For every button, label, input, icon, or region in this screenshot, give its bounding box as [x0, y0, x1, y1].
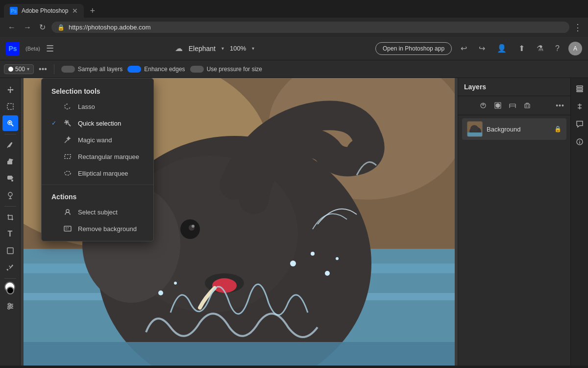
crop-tool[interactable] — [2, 210, 18, 225]
doc-name-chevron[interactable]: ▾ — [221, 46, 224, 51]
quick-selection-menu-item[interactable]: ✓ Quick selection — [42, 115, 153, 131]
group-layer-button[interactable] — [506, 99, 519, 112]
profile-icon[interactable]: 👤 — [494, 41, 510, 56]
avatar[interactable]: A — [568, 42, 582, 55]
svg-rect-7 — [7, 248, 13, 254]
eraser-tool[interactable] — [2, 154, 18, 170]
browser-tab[interactable]: Ps Adobe Photoshop ✕ — [4, 4, 84, 18]
marquee-tool[interactable] — [2, 99, 18, 114]
sample-all-layers-toggle[interactable] — [61, 66, 75, 73]
lasso-menu-item[interactable]: Lasso — [42, 98, 153, 115]
hamburger-menu[interactable]: ☰ — [46, 43, 54, 54]
layers-header: Layers — [458, 78, 570, 96]
magic-wand-menu-item[interactable]: Magic wand — [42, 131, 153, 148]
tool-separator-1 — [4, 134, 16, 134]
svg-rect-53 — [577, 88, 583, 90]
layers-panel-toggle[interactable] — [573, 82, 587, 96]
shape-tool[interactable] — [2, 243, 18, 259]
svg-point-46 — [496, 104, 500, 107]
rectangular-marquee-menu-item[interactable]: Rectangular marquee — [42, 148, 153, 165]
select-subject-menu-item[interactable]: Select subject — [42, 204, 153, 220]
remove-background-label: Remove background — [78, 225, 137, 233]
info-panel-toggle[interactable] — [573, 135, 587, 149]
undo-button[interactable]: ↩ — [458, 41, 470, 56]
remove-background-menu-item[interactable]: Remove background — [42, 220, 153, 237]
sample-all-layers-option: Sample all layers — [61, 66, 122, 73]
lock-icon: 🔒 — [57, 24, 65, 31]
text-tool[interactable]: T — [2, 226, 18, 242]
layer-name: Background — [487, 126, 550, 133]
layer-item[interactable]: Background 🔒 — [462, 118, 566, 140]
forward-button[interactable]: → — [22, 21, 33, 34]
beta-label: (Beta) — [25, 46, 40, 52]
svg-rect-35 — [24, 342, 455, 366]
lasso-label: Lasso — [78, 103, 95, 110]
browser-menu-icon[interactable]: ⋮ — [573, 22, 582, 33]
mask-button[interactable] — [491, 99, 504, 112]
svg-point-33 — [325, 271, 330, 276]
magic-wand-label: Magic wand — [78, 136, 112, 144]
elliptical-marquee-menu-item[interactable]: Elliptical marquee — [42, 165, 153, 182]
svg-rect-54 — [577, 91, 583, 92]
browser-chrome: Ps Adobe Photoshop ✕ + ← → ↻ 🔒 https://p… — [0, 0, 588, 37]
enhance-edges-toggle[interactable] — [127, 66, 141, 73]
layers-panel: Layers ••• — [458, 78, 570, 366]
more-options-button[interactable]: ••• — [39, 65, 47, 74]
svg-point-38 — [66, 121, 68, 123]
magic-wand-icon — [63, 135, 72, 144]
quick-selection-tool[interactable] — [2, 115, 18, 131]
svg-point-11 — [8, 303, 10, 305]
use-pressure-toggle[interactable] — [190, 66, 204, 73]
url-box[interactable]: 🔒 https://photoshop.adobe.com — [51, 22, 569, 33]
delete-layer-button[interactable] — [521, 99, 534, 112]
redo-button[interactable]: ↪ — [476, 41, 488, 56]
dodge-tool[interactable] — [2, 187, 18, 203]
enhance-edges-label: Enhance edges — [144, 66, 185, 73]
help-button[interactable]: ? — [552, 41, 563, 56]
adjustments-tool[interactable] — [2, 298, 18, 314]
quick-selection-check: ✓ — [51, 120, 57, 127]
svg-rect-47 — [525, 104, 530, 108]
properties-panel-toggle[interactable] — [573, 100, 587, 113]
refresh-button[interactable]: ↻ — [37, 21, 48, 34]
new-tab-icon[interactable]: + — [86, 6, 99, 16]
brush-tool[interactable] — [2, 137, 18, 153]
move-tool[interactable] — [2, 82, 18, 98]
tab-close-icon[interactable]: ✕ — [72, 7, 78, 15]
comments-panel-toggle[interactable] — [573, 117, 587, 131]
open-in-photoshop-button[interactable]: Open in Photoshop app — [375, 42, 452, 55]
svg-rect-0 — [7, 104, 13, 109]
background-color[interactable] — [6, 287, 14, 294]
select-subject-label: Select subject — [78, 209, 118, 216]
flask-icon[interactable]: ⚗ — [534, 41, 546, 56]
brush-size-control[interactable]: 500 ▾ — [4, 64, 34, 74]
canvas-area: Selection tools Lasso ✓ Quick selection — [21, 78, 458, 366]
quick-selection-icon — [63, 119, 72, 128]
more-layers-options[interactable]: ••• — [554, 99, 566, 112]
toolbar-options: 500 ▾ ••• Sample all layers Enhance edge… — [0, 60, 588, 78]
share-button[interactable]: ⬆ — [515, 41, 528, 56]
app-container: Ps (Beta) ☰ ☁ Elephant ▾ 100% ▾ Open in … — [0, 37, 588, 366]
adjustment-layer-button[interactable] — [477, 99, 490, 112]
left-sidebar: T — [0, 78, 21, 366]
rectangular-marquee-icon — [63, 152, 72, 161]
back-button[interactable]: ← — [6, 21, 18, 34]
ps-logo: Ps — [6, 42, 20, 55]
tab-bar: Ps Adobe Photoshop ✕ + — [0, 0, 588, 18]
fill-tool[interactable] — [2, 171, 18, 186]
layers-title: Layers — [464, 83, 486, 91]
zoom-chevron[interactable]: ▾ — [252, 46, 254, 51]
svg-point-32 — [311, 252, 315, 256]
eyedropper-tool[interactable] — [2, 260, 18, 275]
svg-point-4 — [8, 192, 12, 196]
layer-thumbnail — [467, 121, 483, 137]
main-content: T — [0, 78, 588, 366]
far-right-bar — [570, 78, 588, 366]
add-layer-button[interactable] — [462, 99, 475, 112]
svg-point-31 — [290, 261, 296, 266]
svg-rect-51 — [467, 132, 483, 137]
tab-favicon: Ps — [10, 7, 18, 15]
svg-point-29 — [158, 290, 163, 295]
actions-section-title: Actions — [42, 188, 153, 204]
select-subject-icon — [63, 208, 72, 216]
